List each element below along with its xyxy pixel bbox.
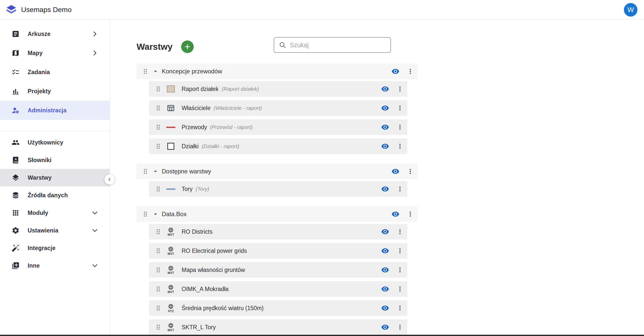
sidebar-item-label: Użytkownicy bbox=[28, 139, 63, 146]
sidebar-item-projekty[interactable]: Projekty bbox=[0, 82, 110, 101]
layer-swatch-fill-beige bbox=[165, 85, 177, 92]
drag-handle-icon[interactable] bbox=[154, 142, 162, 150]
layers-icon bbox=[12, 174, 20, 182]
sidebar-item-modu-y[interactable]: Moduły bbox=[0, 204, 110, 222]
more-options-icon[interactable] bbox=[396, 285, 404, 293]
xyz-tile-icon: XYZ bbox=[165, 303, 177, 313]
drag-handle-icon[interactable] bbox=[154, 285, 162, 293]
user-avatar[interactable]: W bbox=[624, 3, 637, 17]
chevron-right-icon bbox=[91, 49, 99, 57]
layer-name: RO Electrical power grids bbox=[182, 248, 247, 254]
layer-row[interactable]: Tory(Tory) bbox=[149, 181, 407, 197]
projects-icon bbox=[12, 87, 20, 95]
more-options-icon[interactable] bbox=[396, 228, 404, 235]
layer-row[interactable]: MVTSKTR_L Tory bbox=[149, 319, 407, 335]
add-layer-button[interactable] bbox=[181, 40, 194, 53]
sidebar-item-label: Integracje bbox=[28, 245, 56, 252]
integrations-icon bbox=[12, 244, 20, 252]
layer-group-header[interactable]: Data.Box bbox=[137, 206, 418, 222]
more-options-icon[interactable] bbox=[396, 247, 404, 255]
drag-handle-icon[interactable] bbox=[142, 210, 149, 218]
visibility-eye-icon[interactable] bbox=[381, 123, 389, 131]
visibility-eye-icon[interactable] bbox=[381, 323, 389, 331]
layer-name: Mapa własności gruntów bbox=[182, 267, 245, 273]
visibility-eye-icon[interactable] bbox=[381, 104, 389, 112]
layer-name: Raport działek bbox=[182, 86, 219, 92]
usemaps-logo-icon[interactable] bbox=[6, 5, 17, 15]
sidebar-item-s-owniki[interactable]: ASłowniki bbox=[0, 151, 110, 169]
sidebar-item-zadania[interactable]: Zadania bbox=[0, 63, 110, 82]
more-options-icon[interactable] bbox=[396, 185, 404, 193]
more-options-icon[interactable] bbox=[396, 304, 404, 312]
svg-text:MVT: MVT bbox=[168, 252, 174, 256]
sidebar-item-warstwy[interactable]: Warstwy bbox=[0, 169, 110, 186]
visibility-eye-icon[interactable] bbox=[391, 167, 399, 175]
visibility-eye-icon[interactable] bbox=[391, 210, 399, 218]
visibility-eye-icon[interactable] bbox=[391, 67, 399, 75]
visibility-eye-icon[interactable] bbox=[381, 285, 389, 293]
layer-subtitle: (Tory) bbox=[195, 186, 209, 192]
drag-handle-icon[interactable] bbox=[154, 123, 162, 131]
layer-row[interactable]: MVTRO Electrical power grids bbox=[149, 243, 407, 259]
layer-subtitle: (Raport działek) bbox=[222, 86, 259, 92]
collapse-caret-icon[interactable] bbox=[152, 68, 159, 75]
layer-row[interactable]: MVTRO Districts bbox=[149, 224, 407, 239]
sidebar-item-label: Moduły bbox=[28, 210, 48, 216]
layer-row[interactable]: MVTOIMK_A Mokradła bbox=[149, 281, 407, 297]
drag-handle-icon[interactable] bbox=[154, 266, 162, 274]
sidebar-item-label: Administracja bbox=[28, 107, 67, 114]
sidebar-item-uzytkownicy[interactable]: Użytkownicy bbox=[0, 134, 110, 151]
sidebar-item-integracje[interactable]: Integracje bbox=[0, 239, 110, 257]
visibility-eye-icon[interactable] bbox=[381, 247, 389, 255]
visibility-eye-icon[interactable] bbox=[381, 142, 389, 150]
svg-text:A: A bbox=[15, 158, 17, 161]
sidebar-item-ustawienia[interactable]: Ustawienia bbox=[0, 222, 110, 239]
drag-handle-icon[interactable] bbox=[154, 185, 162, 193]
layer-row[interactable]: Działki(Działki - raport) bbox=[149, 138, 407, 154]
layer-row[interactable]: Przewody(Przewód - raport) bbox=[149, 119, 407, 135]
visibility-eye-icon[interactable] bbox=[381, 304, 389, 312]
drag-handle-icon[interactable] bbox=[154, 247, 162, 255]
more-options-icon[interactable] bbox=[396, 142, 404, 150]
dictionary-icon: A bbox=[12, 156, 20, 164]
layer-row[interactable]: Raport działek(Raport działek) bbox=[149, 81, 407, 97]
collapse-caret-icon[interactable] bbox=[152, 168, 159, 175]
sidebar-item-arkusze[interactable]: Arkusze bbox=[0, 24, 110, 43]
more-options-icon[interactable] bbox=[407, 68, 414, 75]
mvt-tile-icon: MVT bbox=[165, 284, 177, 294]
search-input[interactable] bbox=[289, 41, 386, 49]
drag-handle-icon[interactable] bbox=[154, 104, 162, 112]
collapse-caret-icon[interactable] bbox=[152, 210, 159, 218]
more-options-icon[interactable] bbox=[396, 85, 404, 93]
visibility-eye-icon[interactable] bbox=[381, 266, 389, 274]
layer-group-header[interactable]: Dostępne warstwy bbox=[137, 164, 418, 179]
sidebar-item-mapy[interactable]: Mapy bbox=[0, 43, 110, 63]
more-options-icon[interactable] bbox=[407, 210, 414, 218]
sidebar-nav-admin: UżytkownicyASłownikiWarstwyŹródła danych… bbox=[0, 134, 110, 274]
sidebar-item-inne[interactable]: Inne bbox=[0, 257, 110, 274]
app-title: Usemaps Demo bbox=[21, 6, 72, 14]
visibility-eye-icon[interactable] bbox=[381, 185, 389, 193]
visibility-eye-icon[interactable] bbox=[381, 228, 389, 236]
drag-handle-icon[interactable] bbox=[154, 85, 162, 93]
layer-group-header[interactable]: Koncepcje przewodów bbox=[137, 64, 418, 79]
drag-handle-icon[interactable] bbox=[154, 304, 162, 312]
visibility-eye-icon[interactable] bbox=[381, 85, 389, 93]
sidebar-item-administracja[interactable]: Administracja bbox=[0, 101, 110, 120]
drag-handle-icon[interactable] bbox=[142, 68, 149, 75]
more-options-icon[interactable] bbox=[396, 104, 404, 112]
sidebar-item-zrod-a-danych[interactable]: Źródła danych bbox=[0, 186, 110, 204]
chevron-down-icon bbox=[91, 262, 99, 269]
more-options-icon[interactable] bbox=[396, 266, 404, 274]
map-icon bbox=[12, 49, 20, 57]
drag-handle-icon[interactable] bbox=[142, 168, 149, 175]
sidebar-collapse-button[interactable] bbox=[104, 174, 115, 185]
layer-row[interactable]: XYZŚrednia prędkość wiatru (150m) bbox=[149, 300, 407, 316]
drag-handle-icon[interactable] bbox=[154, 228, 162, 235]
more-options-icon[interactable] bbox=[396, 323, 404, 331]
more-options-icon[interactable] bbox=[407, 168, 414, 175]
layer-row[interactable]: MVTMapa własności gruntów bbox=[149, 262, 407, 278]
layer-row[interactable]: Właściciele(Właściciele - raport) bbox=[149, 100, 407, 116]
more-options-icon[interactable] bbox=[396, 123, 404, 131]
drag-handle-icon[interactable] bbox=[154, 323, 162, 331]
